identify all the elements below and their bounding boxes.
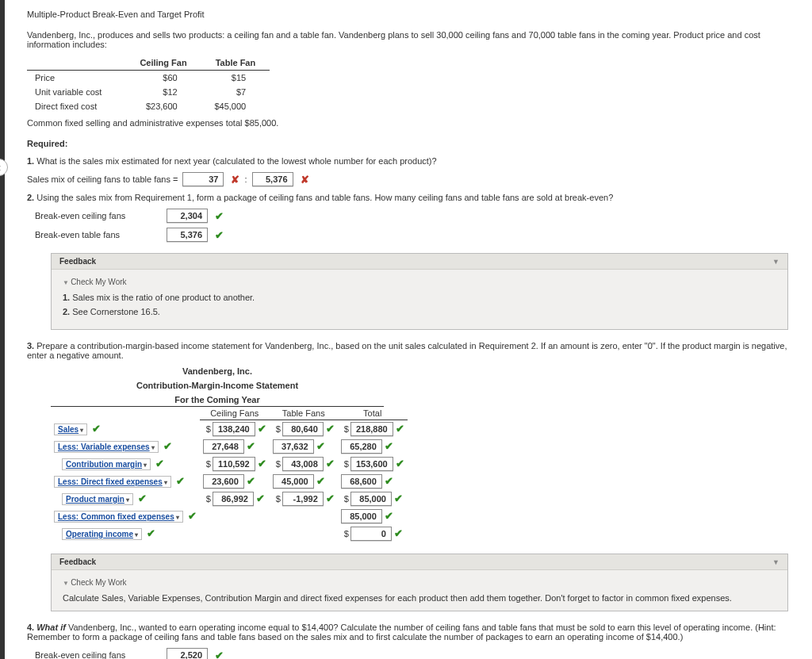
cm-ceiling-input[interactable]: 110,592	[213, 457, 255, 471]
stmt-period: For the Coming Year	[51, 395, 384, 407]
check-icon: ✔	[326, 492, 335, 504]
check-icon: ✔	[316, 475, 325, 487]
check-icon: ✔	[396, 423, 404, 435]
check-icon: ✔	[176, 475, 185, 487]
cm-dropdown[interactable]: Contribution margin▾	[62, 458, 151, 470]
wrong-icon: ✘	[231, 174, 239, 186]
check-icon: ✔	[92, 423, 101, 435]
row-cm: Contribution margin▾ ✔ $110,592✔ $43,008…	[51, 455, 408, 473]
check-icon: ✔	[258, 423, 266, 435]
check-icon: ✔	[396, 458, 404, 469]
cfe-dropdown[interactable]: Less: Common fixed expenses▾	[54, 511, 183, 523]
varexp-dropdown[interactable]: Less: Variable expenses▾	[54, 441, 159, 453]
check-icon: ✔	[163, 440, 172, 452]
check-icon: ✔	[258, 458, 266, 469]
pm-total-input[interactable]: 85,000	[350, 492, 392, 506]
check-icon: ✔	[155, 458, 164, 469]
check-icon: ✔	[256, 492, 265, 504]
row-sales: Sales▾ ✔ $138,240✔ $80,640✔ $218,880✔	[51, 420, 408, 439]
q4-text: 4. What if Vandenberg, Inc., wanted to e…	[27, 623, 796, 642]
intro-text: Vandenberg, Inc., produces and sells two…	[27, 30, 796, 49]
dfe-ceiling-input[interactable]: 23,600	[203, 474, 244, 489]
pm-ceiling-input[interactable]: 86,992	[213, 492, 254, 506]
check-icon: ✔	[147, 527, 155, 539]
varexp-table-input[interactable]: 37,632	[273, 439, 314, 454]
row-uvc-label: Unit variable cost	[27, 85, 125, 99]
feedback-body-text: Calculate Sales, Variable Expenses, Cont…	[63, 593, 776, 603]
collapse-icon[interactable]: ▼	[772, 558, 779, 566]
pm-table-input[interactable]: -1,992	[282, 492, 324, 506]
row-oi: Operating income▾ ✔ $0✔	[51, 525, 408, 542]
row-cfe: Less: Common fixed expenses▾ ✔ 85,000✔	[51, 508, 408, 525]
required-heading: Required:	[27, 139, 796, 148]
col-total: Total	[338, 407, 408, 420]
price-ceiling: $60	[125, 71, 201, 86]
dfe-total-input[interactable]: 68,600	[341, 474, 382, 489]
q2-input-2[interactable]: 5,376	[167, 228, 208, 242]
q3-text: 3. Prepare a contribution-margin-based i…	[27, 341, 796, 360]
price-table: $15	[201, 71, 270, 86]
feedback-heading: Feedback	[59, 257, 96, 266]
uvc-ceiling: $12	[125, 85, 201, 99]
check-icon: ✔	[247, 475, 255, 487]
check-icon: ✔	[138, 492, 147, 504]
check-icon: ✔	[247, 440, 255, 452]
check-my-work[interactable]: Check My Work	[63, 578, 776, 587]
q4-lead: 4.	[27, 623, 36, 632]
q1-input-2[interactable]: 5,376	[252, 172, 293, 186]
check-icon: ✔	[215, 210, 224, 222]
cfe-total-input[interactable]: 85,000	[341, 509, 382, 523]
row-varexp: Less: Variable expenses▾ ✔ 27,648✔ 37,63…	[51, 438, 408, 455]
check-icon: ✔	[326, 458, 335, 469]
sales-total-input[interactable]: 218,880	[350, 422, 393, 436]
row-dfc-label: Direct fixed cost	[27, 99, 125, 113]
varexp-ceiling-input[interactable]: 27,648	[203, 439, 244, 454]
feedback-heading: Feedback	[59, 557, 96, 566]
row-dfe: Less: Direct fixed expenses▾ ✔ 23,600✔ 4…	[51, 473, 408, 490]
dfc-ceiling: $23,600	[125, 99, 201, 113]
wrong-icon: ✘	[301, 174, 309, 186]
check-icon: ✔	[385, 510, 393, 522]
q2-input-1[interactable]: 2,304	[167, 209, 208, 223]
check-my-work[interactable]: Check My Work	[63, 278, 776, 286]
feedback-panel-2: Feedback▼ Check My Work Calculate Sales,…	[51, 554, 788, 611]
q4-label-1: Break-even ceiling fans	[35, 650, 162, 659]
dfe-dropdown[interactable]: Less: Direct fixed expenses▾	[54, 476, 171, 488]
q1-label: Sales mix of ceiling fans to table fans …	[27, 174, 178, 184]
check-icon: ✔	[385, 475, 393, 487]
dfe-table-input[interactable]: 45,000	[273, 474, 314, 489]
varexp-total-input[interactable]: 65,280	[341, 439, 382, 454]
check-icon: ✔	[394, 527, 403, 539]
common-fixed-text: Common fixed selling and administrative …	[27, 118, 796, 128]
sales-table-input[interactable]: 80,640	[282, 422, 324, 436]
col-ceiling-fans: Ceiling Fans	[200, 407, 270, 420]
q4-input-1[interactable]: 2,520	[167, 648, 208, 659]
check-icon: ✔	[188, 510, 197, 522]
row-price-label: Price	[27, 71, 125, 86]
pm-dropdown[interactable]: Product margin▾	[62, 493, 133, 505]
oi-dropdown[interactable]: Operating income▾	[62, 528, 142, 540]
q1-input-1[interactable]: 37	[182, 172, 224, 186]
product-cost-table: Ceiling FanTable Fan Price$60$15 Unit va…	[27, 56, 270, 113]
q4-whatif: What if	[36, 623, 66, 632]
sales-dropdown[interactable]: Sales▾	[54, 423, 87, 435]
stmt-company: Vandenberg, Inc.	[51, 366, 384, 376]
income-statement: Vandenberg, Inc. Contribution-Margin-Inc…	[51, 366, 796, 542]
q2-label-2: Break-even table fans	[35, 230, 162, 239]
q1-text: 1. 1. What is the sales mix estimated fo…	[27, 156, 796, 166]
check-icon: ✔	[385, 440, 393, 452]
cm-total-input[interactable]: 153,600	[350, 457, 393, 471]
feedback-panel-1: Feedback▼ Check My Work 1. Sales mix is …	[51, 253, 788, 330]
q2-text: 2. Using the sales mix from Requirement …	[27, 193, 796, 202]
cm-table-input[interactable]: 43,008	[282, 457, 324, 471]
col-table: Table Fan	[201, 56, 270, 71]
prev-page-chevron[interactable]: ‹	[0, 159, 8, 176]
oi-total-input[interactable]: 0	[350, 527, 392, 541]
dfc-table: $45,000	[201, 99, 270, 113]
collapse-icon[interactable]: ▼	[772, 258, 779, 266]
q4-body: Vandenberg, Inc., wanted to earn operati…	[27, 623, 776, 642]
uvc-table: $7	[201, 85, 270, 99]
sales-ceiling-input[interactable]: 138,240	[213, 422, 255, 436]
check-icon: ✔	[215, 229, 224, 241]
page-title: Multiple-Product Break-Even and Target P…	[27, 10, 796, 19]
